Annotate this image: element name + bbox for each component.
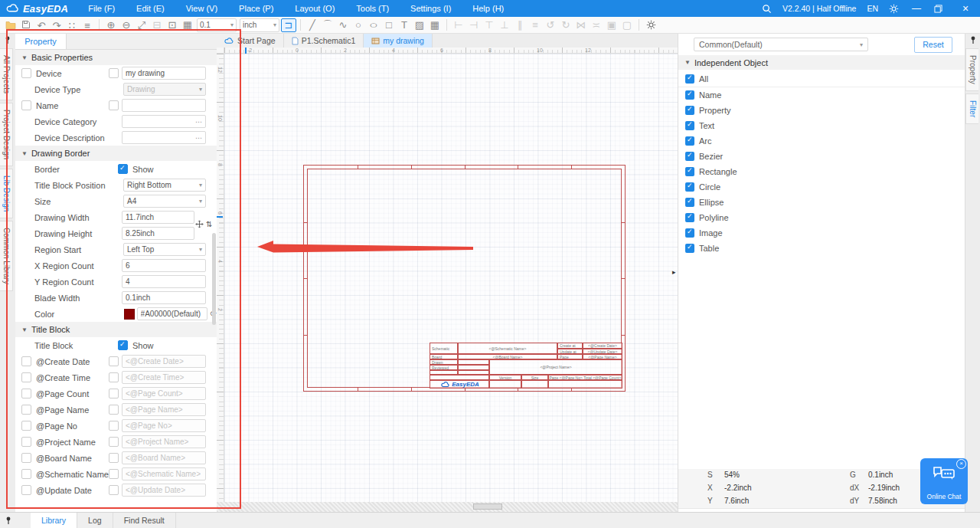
tab-property[interactable]: Property [15, 34, 67, 49]
device-input[interactable] [122, 67, 206, 80]
update-date-checkbox[interactable] [21, 485, 31, 495]
region-start-select[interactable]: Left Top▾ [123, 243, 206, 256]
sidebar-tab-lib-design[interactable]: Lib Design [0, 169, 13, 218]
page-no-value-checkbox[interactable] [109, 421, 119, 431]
create-time-value-checkbox[interactable] [109, 372, 119, 382]
save-icon[interactable] [18, 18, 34, 31]
arc-icon[interactable]: ⌒ [320, 18, 335, 32]
zoom-in-icon[interactable]: ⊕ [103, 18, 119, 31]
create-date-checkbox[interactable] [21, 356, 31, 366]
project-name-value-checkbox[interactable] [109, 437, 119, 447]
unit-select[interactable]: inch▾ [240, 18, 279, 32]
circle-checkbox[interactable] [685, 182, 694, 192]
board-name-checkbox[interactable] [21, 453, 31, 463]
zoom-fit-icon[interactable]: ⤢ [134, 18, 149, 32]
ellipse-checkbox[interactable] [685, 198, 694, 207]
page-no-checkbox[interactable] [21, 421, 31, 431]
polyline-checkbox[interactable] [685, 213, 694, 222]
language-switch[interactable]: EN [867, 4, 878, 13]
easyeda-logo[interactable]: EasyEDA [6, 3, 68, 15]
schematic-name-checkbox[interactable] [21, 469, 31, 479]
section-basic-properties[interactable]: ▼Basic Properties [15, 50, 217, 65]
horizontal-scrollbar[interactable] [473, 503, 502, 510]
ellipsis-icon[interactable]: ⋯ [195, 134, 203, 142]
drawing-height-input[interactable] [122, 227, 194, 240]
section-independent-object[interactable]: ▼Independent Object [678, 55, 965, 70]
filter-item-rectangle[interactable]: Rectangle [678, 164, 965, 179]
rectangle-checkbox[interactable] [685, 167, 694, 176]
select-icon[interactable]: ⊡ [165, 18, 180, 31]
section-drawing-border[interactable]: ▼Drawing Border [15, 146, 217, 161]
right-tab-property[interactable]: Property [965, 48, 978, 91]
text-icon[interactable]: T [397, 18, 412, 31]
redo-icon[interactable]: ↷ [49, 18, 64, 32]
name-checkbox[interactable] [21, 100, 31, 110]
pin-icon[interactable] [0, 34, 15, 46]
reset-button[interactable]: Reset [914, 37, 952, 53]
filter-item-property[interactable]: Property [678, 103, 965, 118]
project-name-input[interactable] [122, 435, 206, 448]
filter-item-image[interactable]: Image [678, 225, 965, 241]
name-input[interactable] [122, 99, 206, 112]
device-description-input[interactable] [122, 131, 206, 144]
device-type-select[interactable]: Drawing▾ [123, 83, 206, 96]
title-block-show-checkbox[interactable] [118, 340, 128, 350]
drawing-surface[interactable]: Schematic<@Schematic Name>Create at<@Cre… [224, 54, 678, 502]
menu-place[interactable]: Place (P) [228, 0, 284, 17]
align-left-icon[interactable]: ⊢ [451, 18, 466, 32]
distribute-v-icon[interactable]: ≡ [528, 18, 543, 32]
menu-help[interactable]: Help (H) [462, 0, 514, 17]
doc-tab-p1-schematic1[interactable]: P1.Schematic1 [284, 34, 364, 48]
y-region-count-input[interactable] [122, 275, 206, 288]
menu-file[interactable]: File (F) [77, 0, 126, 17]
create-time-checkbox[interactable] [21, 372, 31, 382]
folder-icon[interactable] [3, 18, 18, 31]
filter-item-polyline[interactable]: Polyline [678, 210, 965, 225]
close-button[interactable]: × [959, 2, 972, 15]
filter-preset-select[interactable]: Common(Default)▾ [694, 38, 868, 51]
section-title-block[interactable]: ▼Title Block [15, 322, 217, 337]
align-top-icon[interactable]: ⊤ [482, 18, 497, 32]
page-name-input[interactable] [122, 403, 206, 416]
page-no-input[interactable] [122, 419, 206, 432]
filter-item-all[interactable]: All [678, 71, 965, 87]
doc-tab-start-page[interactable]: Start Page [217, 34, 284, 48]
page-count-input[interactable] [122, 387, 206, 400]
minimize-button[interactable]: — [910, 3, 923, 14]
menu-layout[interactable]: Layout (O) [284, 0, 345, 17]
menu-view[interactable]: View (V) [175, 0, 228, 17]
filter-item-table[interactable]: Table [678, 241, 965, 256]
bottom-tab-log[interactable]: Log [77, 513, 113, 528]
filter-item-name[interactable]: Name [678, 87, 965, 103]
circle-icon[interactable]: ○ [351, 18, 366, 31]
flip-horizontal-icon[interactable]: ⋈ [573, 18, 589, 32]
bezier-icon[interactable]: ∿ [335, 18, 351, 31]
page-count-checkbox[interactable] [21, 389, 31, 398]
update-date-value-checkbox[interactable] [109, 485, 119, 495]
group-icon[interactable]: ▣ [604, 18, 619, 32]
page-name-checkbox[interactable] [21, 405, 31, 415]
grid-size-select[interactable]: 0.1▾ [197, 18, 237, 32]
menu-settings[interactable]: Settings (I) [400, 0, 462, 17]
drawing-border-tool-icon[interactable]: ⊐ [281, 18, 296, 32]
property-scrollbar[interactable] [212, 233, 216, 325]
pin-icon[interactable] [0, 514, 17, 526]
schematic-name-value-checkbox[interactable] [109, 469, 119, 479]
ellipse-icon[interactable]: ○ [366, 18, 381, 31]
table-checkbox[interactable] [685, 244, 694, 253]
blade-width-input[interactable] [122, 291, 206, 304]
line-icon[interactable]: ╱ [305, 18, 320, 31]
device-category-input[interactable] [122, 115, 206, 128]
design-manager-icon[interactable]: ≡ [80, 18, 95, 32]
x-region-count-input[interactable] [122, 259, 206, 272]
grid-icon[interactable]: ▦ [180, 18, 195, 31]
canvas-area[interactable]: Start PageP1.Schematic1my drawing -20246… [217, 34, 678, 512]
filter-item-text[interactable]: Text [678, 118, 965, 133]
project-name-checkbox[interactable] [21, 437, 31, 447]
size-select[interactable]: A4▾ [123, 195, 206, 208]
panel-collapse-handle[interactable]: ▸ [672, 264, 678, 280]
rotate-right-icon[interactable]: ↻ [558, 18, 573, 32]
search-icon[interactable] [762, 4, 772, 14]
filter-item-arc[interactable]: Arc [678, 133, 965, 149]
table-icon[interactable]: ▦ [427, 18, 443, 31]
